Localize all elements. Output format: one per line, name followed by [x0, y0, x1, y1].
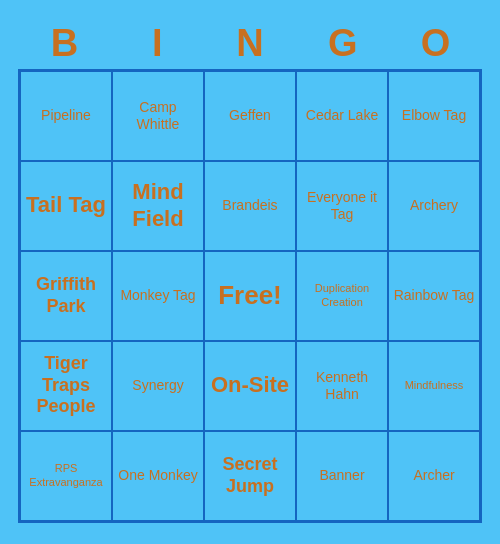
cell-17: On-Site: [204, 341, 296, 431]
letter-i: I: [115, 22, 199, 65]
bingo-header: B I N G O: [18, 22, 482, 65]
cell-1: Camp Whittle: [112, 71, 204, 161]
letter-o: O: [394, 22, 478, 65]
cell-20: RPS Extravanganza: [20, 431, 112, 521]
letter-n: N: [208, 22, 292, 65]
cell-24: Archer: [388, 431, 480, 521]
cell-11: Monkey Tag: [112, 251, 204, 341]
cell-12-free: Free!: [204, 251, 296, 341]
cell-5: Tail Tag: [20, 161, 112, 251]
cell-14: Rainbow Tag: [388, 251, 480, 341]
cell-21: One Monkey: [112, 431, 204, 521]
cell-8: Everyone it Tag: [296, 161, 388, 251]
cell-13: Duplication Creation: [296, 251, 388, 341]
cell-19: Mindfulness: [388, 341, 480, 431]
cell-16: Synergy: [112, 341, 204, 431]
bingo-card: B I N G O Pipeline Camp Whittle Geffen C…: [10, 14, 490, 531]
bingo-grid: Pipeline Camp Whittle Geffen Cedar Lake …: [18, 69, 482, 523]
letter-b: B: [22, 22, 106, 65]
letter-g: G: [301, 22, 385, 65]
cell-9: Archery: [388, 161, 480, 251]
cell-15: Tiger Traps People: [20, 341, 112, 431]
cell-4: Elbow Tag: [388, 71, 480, 161]
cell-10: Griffith Park: [20, 251, 112, 341]
cell-0: Pipeline: [20, 71, 112, 161]
cell-22: Secret Jump: [204, 431, 296, 521]
cell-3: Cedar Lake: [296, 71, 388, 161]
cell-2: Geffen: [204, 71, 296, 161]
cell-6: Mind Field: [112, 161, 204, 251]
cell-18: Kenneth Hahn: [296, 341, 388, 431]
cell-23: Banner: [296, 431, 388, 521]
cell-7: Brandeis: [204, 161, 296, 251]
